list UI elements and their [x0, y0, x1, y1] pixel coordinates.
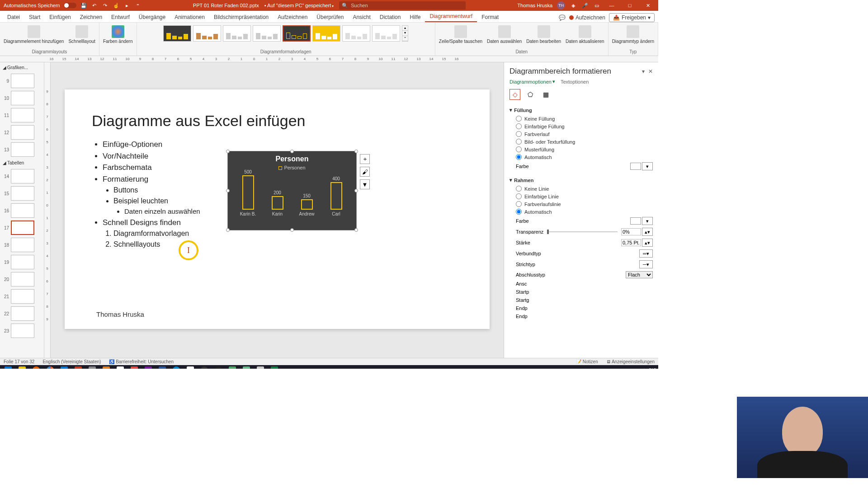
thumb-img[interactable]	[11, 203, 34, 218]
chrome-button[interactable]	[44, 366, 57, 369]
effects-icon[interactable]: ⬠	[525, 89, 536, 100]
notes-button[interactable]: 📝 Notizen	[576, 359, 598, 364]
thumb-img[interactable]	[11, 186, 34, 201]
chart-object[interactable]: Personen Personen 500Karin B.200Karin150…	[227, 151, 357, 230]
thumb-img[interactable]	[11, 255, 34, 269]
thumbnail-12[interactable]: 12	[2, 125, 42, 140]
style-3[interactable]	[223, 25, 251, 42]
handle-bl[interactable]	[226, 228, 230, 232]
border-header[interactable]: ▾ Rahmen	[509, 175, 653, 185]
thumb-img[interactable]	[11, 238, 34, 252]
refresh-data-button[interactable]: Daten aktualisieren	[564, 24, 606, 45]
section-grafiken[interactable]: ◢ Grafiken...	[1, 64, 43, 71]
handle-mr[interactable]	[354, 189, 358, 192]
fill-none[interactable]: Keine Füllung	[509, 115, 653, 122]
telegram-button[interactable]	[170, 366, 183, 369]
bar-1[interactable]: 200Karin	[266, 190, 289, 216]
comments-icon[interactable]: 💬	[559, 14, 566, 21]
pane-dropdown-icon[interactable]: ▾	[642, 68, 645, 75]
share-button[interactable]: 📤Freigeben▾	[609, 13, 655, 22]
style-7[interactable]	[342, 25, 370, 42]
dash-dd[interactable]: ─▾	[639, 260, 653, 268]
style-scroll-down[interactable]: ▾	[402, 31, 408, 36]
save-icon[interactable]: 💾	[80, 2, 87, 9]
window-icon[interactable]: ▭	[593, 2, 600, 9]
style-4[interactable]	[253, 25, 281, 42]
handle-tl[interactable]	[226, 150, 230, 153]
bar-3[interactable]: 400Carl	[325, 176, 348, 216]
pane-close-icon[interactable]: ✕	[648, 68, 653, 75]
style-scroll-up[interactable]: ▴	[402, 26, 408, 31]
onenote-button[interactable]	[142, 366, 155, 369]
maximize-icon[interactable]: □	[623, 0, 637, 11]
tab-format[interactable]: Format	[477, 12, 503, 22]
thumbnail-15[interactable]: 15	[2, 186, 42, 201]
thumb-img[interactable]	[11, 289, 34, 304]
search-box[interactable]: 🔍	[339, 1, 466, 9]
app-9[interactable]	[114, 366, 127, 369]
autosave-toggle[interactable]	[64, 3, 76, 8]
select-data-button[interactable]: Daten auswählen	[485, 24, 524, 45]
visio-button[interactable]	[156, 366, 169, 369]
fill-picture[interactable]: Bild- oder Texturfüllung	[509, 138, 653, 145]
tab-help[interactable]: Hilfe	[405, 12, 425, 22]
tab-transitions[interactable]: Übergänge	[134, 12, 170, 22]
border-color-dd[interactable]: ▾	[642, 217, 653, 225]
thumb-img[interactable]	[11, 108, 34, 122]
section-tabellen[interactable]: ◢ Tabellen	[1, 160, 43, 166]
tab-file[interactable]: Datei	[3, 12, 24, 22]
width-input[interactable]	[621, 239, 641, 246]
app-15[interactable]	[198, 366, 211, 369]
border-color-picker[interactable]	[630, 217, 641, 225]
tab-design[interactable]: Entwurf	[107, 12, 134, 22]
play-icon[interactable]: ▸	[123, 2, 131, 9]
chart-plus-button[interactable]: ＋	[360, 154, 370, 164]
slide[interactable]: Diagramme aus Excel einfügen Einfüge-Opt…	[65, 89, 490, 329]
border-gradient[interactable]: Farbverlaufslinie	[509, 200, 653, 208]
thumb-img[interactable]	[11, 74, 34, 88]
thumbnail-13[interactable]: 13	[2, 142, 42, 157]
user-avatar[interactable]: TH	[557, 1, 565, 9]
app-16[interactable]	[212, 366, 225, 369]
app-17[interactable]	[226, 366, 239, 369]
transparency-input[interactable]	[621, 228, 641, 235]
style-1[interactable]	[163, 25, 191, 42]
tab-record[interactable]: Aufzeichnen	[273, 12, 312, 22]
search-input[interactable]	[351, 3, 463, 8]
fill-pattern[interactable]: Musterfüllung	[509, 145, 653, 153]
app-10[interactable]	[128, 366, 141, 369]
tab-insert[interactable]: Einfügen	[45, 12, 75, 22]
tab-dictation[interactable]: Dictation	[375, 12, 406, 22]
tab-chart-options[interactable]: Diagrammoptionen ▾	[509, 79, 555, 84]
thumb-img[interactable]	[11, 221, 34, 235]
fill-auto[interactable]: Automatisch	[509, 153, 653, 161]
diamond-icon[interactable]: ◈	[570, 2, 577, 9]
fill-gradient[interactable]: Farbverlauf	[509, 130, 653, 138]
thumb-img[interactable]	[11, 125, 34, 140]
redo-icon[interactable]: ↷	[102, 2, 109, 9]
tab-home[interactable]: Start	[24, 12, 45, 22]
thumbnail-23[interactable]: 23	[2, 324, 42, 338]
app-8[interactable]	[100, 366, 113, 369]
fill-line-icon[interactable]: ◇	[509, 89, 520, 100]
handle-ml[interactable]	[226, 189, 230, 192]
thumbnail-9[interactable]: 9	[2, 74, 42, 88]
display-settings-button[interactable]: 🖥 Anzeigeeinstellungen	[606, 359, 655, 364]
style-6[interactable]	[312, 25, 340, 42]
thumbnail-14[interactable]: 14	[2, 169, 42, 183]
handle-br[interactable]	[354, 228, 358, 232]
quick-layout-button[interactable]: Schnelllayout	[66, 24, 97, 45]
style-5[interactable]	[283, 25, 311, 42]
explorer-button[interactable]	[16, 366, 28, 369]
border-none[interactable]: Keine Linie	[509, 185, 653, 192]
size-props-icon[interactable]: ▦	[540, 89, 551, 100]
compound-dd[interactable]: ═▾	[639, 249, 653, 258]
firefox-button[interactable]	[30, 366, 42, 369]
thumb-img[interactable]	[11, 169, 34, 183]
add-chart-element-button[interactable]: Diagrammelement hinzufügen	[2, 24, 66, 45]
status-accessibility[interactable]: ♿ Barrierefreiheit: Untersuchen	[109, 359, 174, 364]
tab-review[interactable]: Überprüfen	[312, 12, 348, 22]
border-solid[interactable]: Einfarbige Linie	[509, 192, 653, 200]
weather-temp[interactable]: 5°C	[649, 368, 656, 369]
border-auto[interactable]: Automatisch	[509, 208, 653, 216]
